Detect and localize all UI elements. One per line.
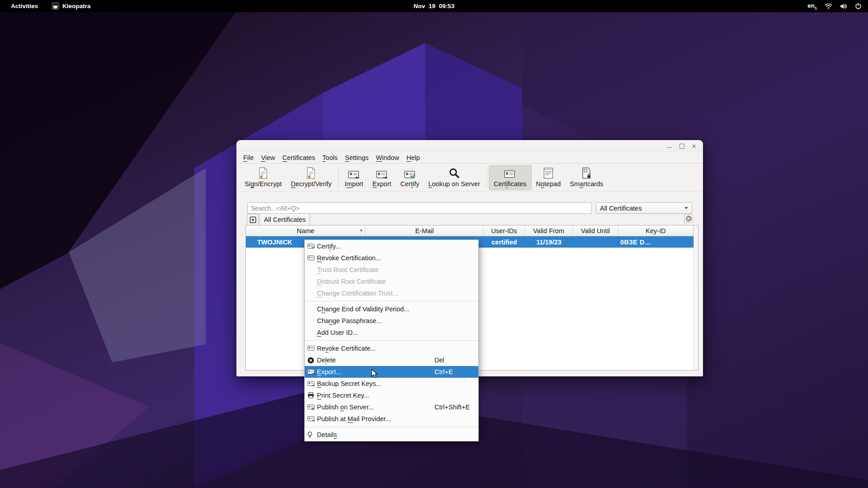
delete-icon	[307, 357, 314, 364]
certificate-filter-dropdown[interactable]: All Certificates	[596, 202, 692, 214]
menu-certificates[interactable]: Certificates	[279, 153, 319, 163]
menu-settings[interactable]: Settings	[341, 153, 372, 163]
clock[interactable]: Nov 19 09:53	[0, 3, 868, 9]
toolbar-label: Notepad	[536, 180, 561, 188]
magnifier-icon	[448, 168, 460, 179]
toolbar-decrypt-verify[interactable]: Decrypt/Verify	[286, 165, 336, 190]
toolbar-export[interactable]: Export	[368, 165, 396, 190]
menu-item-distrust-root-certificate: Distrust Root Certificate	[305, 276, 478, 287]
toolbar-certificates[interactable]: Certificates	[489, 165, 532, 190]
menu-item-label: Print Secret Key...	[317, 392, 369, 399]
gnome-top-bar: Activities Kleopatra Nov 19 09:53 en1	[0, 0, 868, 12]
menu-item-label: Delete	[317, 357, 336, 364]
menu-help[interactable]: Help	[403, 153, 424, 163]
column-header-key-id[interactable]: Key-ID	[618, 225, 693, 236]
menu-window[interactable]: Window	[372, 153, 403, 163]
column-label: Key-ID	[646, 227, 665, 235]
menu-item-publish-on-server[interactable]: Publish on Server...Ctrl+Shift+E	[305, 401, 478, 413]
toolbar-label: Certify	[401, 180, 420, 188]
column-header-e-mail[interactable]: E-Mail	[366, 225, 484, 236]
toolbar-label: Smartcards	[570, 180, 603, 188]
menu-bar: FileViewCertificatesToolsSettingsWindowH…	[236, 152, 703, 164]
menu-view[interactable]: View	[257, 153, 278, 163]
filter-value: All Certificates	[600, 205, 642, 212]
menu-item-add-user-id[interactable]: Add User ID...	[305, 327, 478, 338]
card-publish-icon	[307, 404, 315, 410]
card-export-icon	[307, 380, 315, 386]
card-icon	[504, 169, 516, 178]
volume-icon	[840, 3, 847, 9]
card-import-icon	[348, 170, 360, 179]
search-input[interactable]	[247, 202, 592, 214]
toolbar-sign-encrypt[interactable]: Sign/Encrypt	[240, 165, 286, 190]
toolbar-separator	[486, 167, 487, 188]
column-header-valid-until[interactable]: Valid Until	[573, 225, 618, 236]
printer-icon	[307, 392, 314, 399]
menu-item-change-certification-trust: Change Certification Trust...	[305, 287, 478, 299]
menu-item-publish-at-mail-provider[interactable]: Publish at Mail Provider...	[305, 413, 478, 425]
menu-item-shortcut: Del	[434, 357, 444, 364]
window-titlebar[interactable]: ×	[236, 140, 703, 152]
open-tab-button[interactable]	[247, 214, 259, 225]
menu-item-label: Revoke Certificate...	[317, 345, 376, 352]
menu-item-label: Distrust Root Certificate	[317, 278, 386, 285]
menu-item-delete[interactable]: DeleteDel	[305, 354, 478, 366]
menu-tools[interactable]: Tools	[319, 153, 341, 163]
close-tab-icon: ✕	[686, 216, 692, 221]
keyboard-layout-indicator[interactable]: en1	[807, 2, 817, 10]
menu-item-label: Details	[317, 431, 337, 438]
card-icon	[307, 255, 315, 261]
document-seal-icon	[258, 167, 268, 179]
menu-item-change-passphrase[interactable]: Change Passphrase...	[305, 315, 478, 327]
toolbar-label: Export	[373, 180, 392, 188]
tab-label: All Certificates	[264, 216, 306, 223]
context-menu: Certify... Revoke Certification...Trust …	[304, 239, 479, 441]
tab-all-certificates[interactable]: All Certificates	[259, 213, 310, 225]
menu-item-label: Export...	[317, 368, 341, 375]
column-header-valid-from[interactable]: Valid From	[525, 225, 573, 236]
card-export-icon	[307, 369, 315, 375]
menu-item-label: Change Passphrase...	[317, 317, 382, 324]
toolbar-smartcards[interactable]: Smartcards	[565, 165, 608, 190]
notepad-icon	[543, 167, 553, 179]
close-tab-button[interactable]: ✕	[684, 214, 693, 223]
menu-item-label: Change End of Validity Period...	[317, 305, 410, 313]
wifi-icon	[825, 3, 832, 9]
toolbar-label: Lookup on Server	[428, 180, 480, 188]
menu-item-label: Publish on Server...	[317, 404, 374, 411]
menu-item-certify[interactable]: Certify...	[305, 240, 478, 252]
menu-item-print-secret-key[interactable]: Print Secret Key...	[305, 389, 478, 401]
close-button[interactable]: ×	[690, 142, 698, 150]
column-label: Valid Until	[581, 227, 610, 235]
column-label: Valid From	[533, 227, 564, 235]
menu-item-revoke-certification[interactable]: Revoke Certification...	[305, 252, 478, 264]
toolbar-certify[interactable]: Certify	[396, 165, 424, 190]
minimize-button[interactable]	[666, 142, 673, 150]
cell-valid-until	[573, 236, 618, 248]
toolbar-lookup-on-server[interactable]: Lookup on Server	[424, 165, 484, 190]
toolbar-import[interactable]: Import	[340, 165, 368, 190]
card-certify-icon	[307, 243, 315, 249]
system-status-area[interactable]: en1	[807, 2, 862, 10]
menu-separator	[305, 301, 478, 301]
menu-item-label: Publish at Mail Provider...	[317, 415, 391, 422]
menu-item-shortcut: Ctrl+Shift+E	[434, 404, 470, 411]
vertical-scrollbar[interactable]	[693, 225, 698, 370]
menu-item-label: Backup Secret Keys...	[317, 380, 382, 387]
new-tab-icon	[250, 216, 256, 223]
toolbar-notepad[interactable]: Notepad	[532, 165, 566, 190]
toolbar-separator	[338, 167, 339, 188]
menu-item-backup-secret-keys[interactable]: Backup Secret Keys...	[305, 378, 478, 389]
cell-key-id: 0B3E D…	[618, 236, 693, 248]
maximize-button[interactable]	[678, 142, 685, 150]
menu-item-shortcut: Ctrl+E	[434, 368, 453, 375]
menu-file[interactable]: File	[240, 153, 257, 163]
menu-item-change-end-of-validity-period[interactable]: Change End of Validity Period...	[305, 303, 478, 315]
menu-item-export[interactable]: Export...Ctrl+E	[305, 366, 478, 378]
toolbar-label: Certificates	[494, 180, 527, 188]
menu-separator	[305, 427, 478, 427]
menu-item-details[interactable]: Details	[305, 429, 478, 441]
menu-item-revoke-certificate[interactable]: Revoke Certificate...	[305, 343, 478, 354]
column-header-name[interactable]: Name▼	[246, 225, 366, 236]
column-header-user-ids[interactable]: User-IDs	[484, 225, 525, 236]
